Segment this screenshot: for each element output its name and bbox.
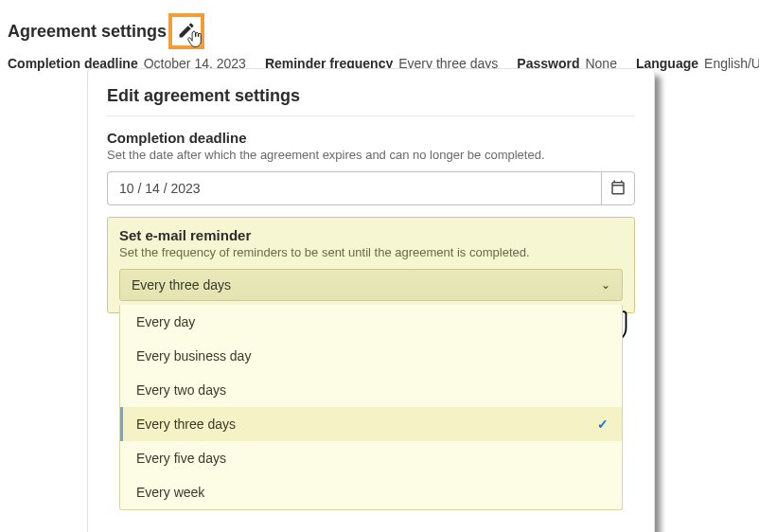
edit-agreement-modal: Edit agreement settings Completion deadl… (87, 68, 655, 532)
info-language: Language English/UK (636, 56, 759, 71)
header: Agreement settings Completion deadline O… (0, 0, 759, 72)
check-icon: ✓ (597, 417, 609, 432)
reminder-section: Set e-mail reminder Set the frequency of… (107, 217, 635, 313)
completion-deadline-input[interactable] (107, 171, 601, 205)
modal-footer: Cancel Continue (107, 527, 635, 532)
edit-settings-button[interactable] (168, 13, 204, 49)
title-row: Agreement settings (8, 13, 751, 49)
modal-title: Edit agreement settings (107, 86, 635, 106)
reminder-option[interactable]: Every five days (120, 441, 622, 475)
chevron-down-icon: ⌄ (601, 278, 610, 292)
pencil-icon (177, 21, 196, 43)
reminder-desc: Set the frequency of reminders to be sen… (119, 245, 623, 259)
calendar-button[interactable] (601, 171, 635, 205)
reminder-dropdown-list: Every day Every business day Every two d… (119, 305, 623, 510)
completion-deadline-label: Completion deadline (107, 130, 635, 146)
page-title: Agreement settings (8, 22, 167, 42)
reminder-label: Set e-mail reminder (119, 227, 623, 243)
completion-deadline-section: Completion deadline Set the date after w… (107, 130, 635, 205)
reminder-frequency-dropdown[interactable]: Every three days ⌄ (119, 269, 623, 301)
reminder-option-selected[interactable]: Every three days ✓ (120, 407, 622, 441)
reminder-option[interactable]: Every two days (120, 373, 622, 407)
completion-deadline-desc: Set the date after which the agreement e… (107, 148, 635, 162)
reminder-option[interactable]: Every day (120, 305, 622, 339)
divider (107, 115, 635, 116)
calendar-icon (609, 179, 627, 199)
reminder-option[interactable]: Every business day (120, 339, 622, 373)
reminder-option[interactable]: Every week (120, 475, 622, 509)
reminder-selected-value: Every three days (132, 277, 231, 293)
